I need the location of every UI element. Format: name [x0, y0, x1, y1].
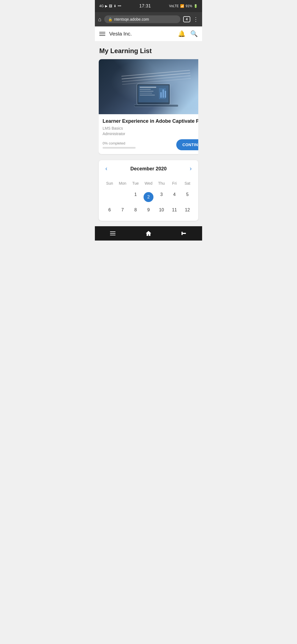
card-footer-1: 0% completed CONTINUE [103, 139, 198, 150]
tab-switcher[interactable]: 4 [183, 16, 190, 22]
cal-day-10[interactable]: 10 [155, 205, 168, 215]
cal-day-12[interactable]: 12 [181, 205, 194, 215]
calendar-weekdays: Sun Mon Tue Wed Thu Fri Sat [103, 180, 194, 187]
weekday-thu: Thu [155, 180, 168, 187]
status-left: 4G ▶ 🖼 ⬇ ••• [99, 4, 121, 8]
cal-day-11[interactable]: 11 [168, 205, 181, 215]
svg-rect-29 [110, 231, 116, 232]
weekday-wed: Wed [142, 180, 155, 187]
volte-icon: VoLTE [169, 4, 179, 8]
wifi-icon: 📶 [180, 4, 184, 8]
weekday-tue: Tue [129, 180, 142, 187]
url-text: ntentsqe.adobe.com [114, 17, 149, 21]
status-bar: 4G ▶ 🖼 ⬇ ••• 17:31 VoLTE 📶 91% 🔋 [95, 0, 202, 12]
svg-rect-6 [140, 95, 155, 95]
url-bar[interactable]: 🔒 ntentsqe.adobe.com [104, 15, 180, 23]
cal-day-8[interactable]: 8 [129, 205, 142, 215]
calendar-days: 1 2 3 4 5 6 7 8 9 10 11 12 [103, 190, 194, 215]
cal-day-4[interactable]: 4 [168, 190, 181, 204]
gallery-icon: 🖼 [109, 4, 112, 8]
status-right: VoLTE 📶 91% 🔋 [169, 4, 198, 8]
card-author-1: Administrator [103, 132, 198, 136]
progress-text-1: 0% completed [103, 141, 176, 145]
clock: 17:31 [139, 4, 151, 9]
svg-rect-3 [140, 89, 151, 90]
card-body-1: Learner Experience in Adobe Captivate Pr… [99, 114, 198, 154]
cal-day-6[interactable]: 6 [103, 205, 116, 215]
svg-rect-10 [165, 91, 166, 98]
app-title: Vesla Inc. [109, 31, 132, 37]
progress-section-1: 0% completed [103, 141, 176, 149]
calendar-prev-button[interactable]: ‹ [103, 165, 109, 172]
calendar-header: ‹ December 2020 › [103, 165, 194, 172]
cal-day-9[interactable]: 9 [142, 205, 155, 215]
weekday-mon: Mon [116, 180, 129, 187]
play-icon: ▶ [105, 4, 108, 8]
hamburger-menu[interactable] [99, 32, 105, 36]
section-title: My Learning List [99, 47, 198, 55]
battery-text: 91% [186, 4, 192, 8]
download-icon: ⬇ [114, 4, 116, 8]
browser-home-button[interactable]: ⌂ [98, 16, 101, 23]
svg-rect-11 [134, 105, 178, 107]
card-title-1: Learner Experience in Adobe Captivate Pr… [103, 118, 198, 124]
svg-rect-2 [140, 87, 156, 88]
nav-menu-button[interactable] [109, 230, 116, 237]
calendar-grid: Sun Mon Tue Wed Thu Fri Sat 1 2 3 4 5 [103, 180, 194, 215]
cal-day-empty-1[interactable] [103, 190, 116, 204]
progress-bar-1 [103, 147, 136, 149]
weekday-fri: Fri [168, 180, 181, 187]
nav-home-button[interactable] [145, 230, 152, 237]
main-content: My Learning List [95, 42, 202, 226]
calendar-card: ‹ December 2020 › Sun Mon Tue Wed Thu Fr… [99, 160, 198, 221]
bottom-nav [95, 226, 202, 241]
cal-day-empty-2[interactable] [116, 190, 129, 204]
calendar-month-title: December 2020 [130, 166, 167, 172]
browser-bar: ⌂ 🔒 ntentsqe.adobe.com 4 ⋮ [95, 12, 202, 26]
weekday-sun: Sun [103, 180, 116, 187]
continue-button[interactable]: CONTINUE [176, 139, 198, 150]
app-header: Vesla Inc. 🔔 🔍 [95, 26, 202, 42]
search-icon[interactable]: 🔍 [190, 30, 198, 37]
svg-rect-9 [163, 89, 164, 98]
home-icon [145, 230, 152, 237]
cal-day-5[interactable]: 5 [181, 190, 194, 204]
cal-day-7[interactable]: 7 [116, 205, 129, 215]
notification-bell-icon[interactable]: 🔔 [178, 30, 185, 37]
lock-icon: 🔒 [108, 17, 112, 21]
hamburger-line-1 [99, 32, 105, 32]
browser-more-button[interactable]: ⋮ [193, 16, 199, 23]
svg-rect-30 [110, 233, 116, 234]
card-category-1: LMS Basics [103, 126, 198, 130]
hamburger-line-2 [99, 34, 105, 34]
header-icons: 🔔 🔍 [178, 30, 198, 37]
cal-day-3[interactable]: 3 [155, 190, 168, 204]
network-indicator: 4G [99, 4, 104, 8]
cal-day-1[interactable]: 1 [129, 190, 142, 204]
svg-rect-4 [140, 91, 153, 92]
svg-rect-31 [110, 235, 116, 235]
battery-icon: 🔋 [194, 4, 198, 8]
learning-card-1: Learner Experience in Adobe Captivate Pr… [99, 59, 198, 154]
nav-back-button[interactable] [181, 230, 188, 237]
calendar-next-button[interactable]: › [188, 165, 194, 172]
svg-rect-5 [140, 93, 152, 94]
back-icon [181, 230, 188, 237]
weekday-sat: Sat [181, 180, 194, 187]
svg-rect-8 [160, 92, 162, 98]
hamburger-line-3 [99, 35, 105, 36]
header-left: Vesla Inc. [99, 31, 132, 37]
svg-rect-33 [182, 232, 183, 235]
menu-icon [109, 230, 116, 237]
dots-icon: ••• [118, 4, 121, 8]
learning-cards-carousel[interactable]: Learner Experience in Adobe Captivate Pr… [99, 59, 198, 155]
card-image-1 [99, 59, 198, 114]
cal-day-today[interactable]: 2 [142, 190, 155, 204]
laptop-illustration [134, 81, 178, 109]
